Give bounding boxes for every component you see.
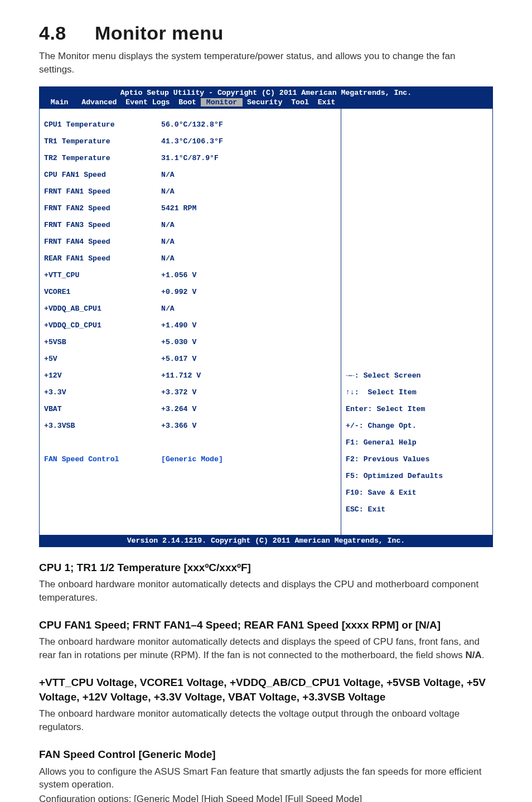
fan-speed-body-a: The onboard hardware monitor automatical…: [39, 636, 480, 660]
bios-row-label: VBAT: [44, 405, 161, 413]
bios-row: REAR FAN1 SpeedN/A: [44, 254, 336, 263]
bios-header-line: Aptio Setup Utility - Copyright (C) 2011…: [40, 87, 492, 98]
help-line: Enter: Select Item: [346, 405, 488, 413]
bios-row: +3.3V+3.372 V: [44, 388, 336, 397]
bios-row: +VDDQ_CD_CPU1+1.490 V: [44, 321, 336, 330]
bios-row-label: FRNT FAN2 Speed: [44, 204, 161, 212]
help-line: →←: Select Screen: [346, 371, 488, 380]
help-line: F2: Previous Values: [346, 455, 488, 463]
bios-row-label: FRNT FAN4 Speed: [44, 238, 161, 246]
bios-row: FRNT FAN1 SpeedN/A: [44, 187, 336, 196]
bios-row: TR2 Temperature31.1°C/87.9°F: [44, 154, 336, 162]
bios-row: +VTT_CPU+1.056 V: [44, 271, 336, 279]
bios-row: +12V+11.712 V: [44, 371, 336, 380]
fan-speed-body-c: .: [482, 650, 485, 660]
subsection-body-fan-control-2: Configuration options: [Generic Mode] [H…: [39, 793, 493, 802]
bios-row: [44, 489, 336, 497]
bios-tab-bar: Main Advanced Event Logs Boot Monitor Se…: [40, 98, 492, 108]
bios-row: [44, 438, 336, 447]
bios-row-value: N/A: [161, 305, 175, 313]
help-line: F1: General Help: [346, 438, 488, 447]
help-line: F10: Save & Exit: [346, 489, 488, 497]
bios-row-value: N/A: [161, 238, 175, 246]
bios-tab-monitor[interactable]: Monitor: [201, 98, 243, 107]
bios-row: FRNT FAN3 SpeedN/A: [44, 221, 336, 229]
bios-row-label: CPU1 Temperature: [44, 120, 161, 129]
bios-row: +5VSB+5.030 V: [44, 338, 336, 346]
bios-row-label: +VDDQ_CD_CPU1: [44, 321, 161, 330]
bios-row-value: +3.366 V: [161, 422, 196, 430]
subsection-title-fan-control: FAN Speed Control [Generic Mode]: [39, 747, 493, 762]
bios-row: VCORE1+0.992 V: [44, 288, 336, 296]
bios-row-label: +VTT_CPU: [44, 271, 161, 279]
bios-row: CPU FAN1 SpeedN/A: [44, 171, 336, 179]
bios-row-label: +3.3V: [44, 388, 161, 397]
subsection-title-voltage: +VTT_CPU Voltage, VCORE1 Voltage, +VDDQ_…: [39, 675, 493, 704]
section-title: 4.8Monitor menu: [39, 22, 493, 44]
bios-row-value: +3.372 V: [161, 388, 196, 397]
bios-row: +5V+5.017 V: [44, 355, 336, 363]
section-intro: The Monitor menu displays the system tem…: [39, 50, 493, 76]
bios-row-label: CPU FAN1 Speed: [44, 171, 161, 179]
bios-tabs-suffix: Security Tool Exit: [243, 98, 335, 107]
bios-row: CPU1 Temperature56.0°C/132.8°F: [44, 120, 336, 129]
bios-row-value: +5.017 V: [161, 355, 196, 363]
bios-row-value: +1.056 V: [161, 271, 196, 279]
subsection-body-fan-speed: The onboard hardware monitor automatical…: [39, 635, 493, 662]
section-number: 4.8: [39, 22, 95, 44]
subsection-body-temperature: The onboard hardware monitor automatical…: [39, 578, 493, 605]
subsection-body-fan-control-1: Allows you to configure the ASUS Smart F…: [39, 765, 493, 792]
bios-row-value: 5421 RPM: [161, 204, 196, 212]
fan-speed-na: N/A: [465, 650, 481, 660]
bios-row-label: +5V: [44, 355, 161, 363]
bios-help-block: →←: Select Screen ↑↓: Select Item Enter:…: [346, 363, 488, 530]
bios-row: [44, 472, 336, 480]
bios-row-value: N/A: [161, 221, 175, 229]
bios-row-label: FRNT FAN3 Speed: [44, 221, 161, 229]
subsection-body-voltage: The onboard hardware monitor automatical…: [39, 707, 493, 734]
bios-row-label: +3.3VSB: [44, 422, 161, 430]
bios-window: Aptio Setup Utility - Copyright (C) 2011…: [39, 86, 493, 547]
bios-row-value: 31.1°C/87.9°F: [161, 154, 219, 162]
bios-row-label: TR2 Temperature: [44, 154, 161, 162]
bios-row: TR1 Temperature41.3°C/106.3°F: [44, 137, 336, 146]
bios-row-label: VCORE1: [44, 288, 161, 296]
bios-row-value: +1.490 V: [161, 321, 196, 330]
bios-row-value: +3.264 V: [161, 405, 196, 413]
help-line: F5: Optimized Defaults: [346, 472, 488, 480]
bios-row-value: N/A: [161, 254, 175, 263]
bios-left-panel: CPU1 Temperature56.0°C/132.8°F TR1 Tempe…: [40, 108, 341, 535]
fan-speed-control-value: [Generic Mode]: [161, 455, 223, 463]
bios-row: FRNT FAN2 Speed5421 RPM: [44, 204, 336, 212]
bios-row-label: +12V: [44, 371, 161, 380]
bios-row-value: N/A: [161, 171, 175, 179]
section-title-text: Monitor menu: [95, 22, 224, 44]
bios-row-value: 41.3°C/106.3°F: [161, 137, 223, 146]
bios-row-label: +VDDQ_AB_CPU1: [44, 305, 161, 313]
bios-row: FRNT FAN4 SpeedN/A: [44, 238, 336, 246]
fan-speed-control-label: FAN Speed Control: [44, 455, 161, 463]
bios-right-panel: →←: Select Screen ↑↓: Select Item Enter:…: [341, 108, 492, 535]
bios-tabs-prefix: Main Advanced Event Logs Boot: [42, 98, 201, 107]
bios-row: +VDDQ_AB_CPU1N/A: [44, 305, 336, 313]
bios-row-label: +5VSB: [44, 338, 161, 346]
bios-row-value: +0.992 V: [161, 288, 196, 296]
bios-row-label: REAR FAN1 Speed: [44, 254, 161, 263]
bios-row: VBAT+3.264 V: [44, 405, 336, 413]
help-line: ESC: Exit: [346, 505, 488, 514]
help-line: ↑↓: Select Item: [346, 388, 488, 397]
subsection-title-fan-speed: CPU FAN1 Speed; FRNT FAN1–4 Speed; REAR …: [39, 618, 493, 632]
bios-row: [44, 505, 336, 514]
bios-row-value: +11.712 V: [161, 371, 201, 380]
bios-row: +3.3VSB+3.366 V: [44, 422, 336, 430]
subsection-title-temperature: CPU 1; TR1 1/2 Temperature [xxxºC/xxxºF]: [39, 561, 493, 575]
bios-row-value: N/A: [161, 187, 175, 196]
bios-row-value: +5.030 V: [161, 338, 196, 346]
help-line: +/-: Change Opt.: [346, 422, 488, 430]
bios-row-label: TR1 Temperature: [44, 137, 161, 146]
bios-row-fan-control[interactable]: FAN Speed Control[Generic Mode]: [44, 455, 336, 463]
bios-footer-line: Version 2.14.1219. Copyright (C) 2011 Am…: [40, 535, 492, 547]
bios-row-label: FRNT FAN1 Speed: [44, 187, 161, 196]
bios-row-value: 56.0°C/132.8°F: [161, 120, 223, 129]
